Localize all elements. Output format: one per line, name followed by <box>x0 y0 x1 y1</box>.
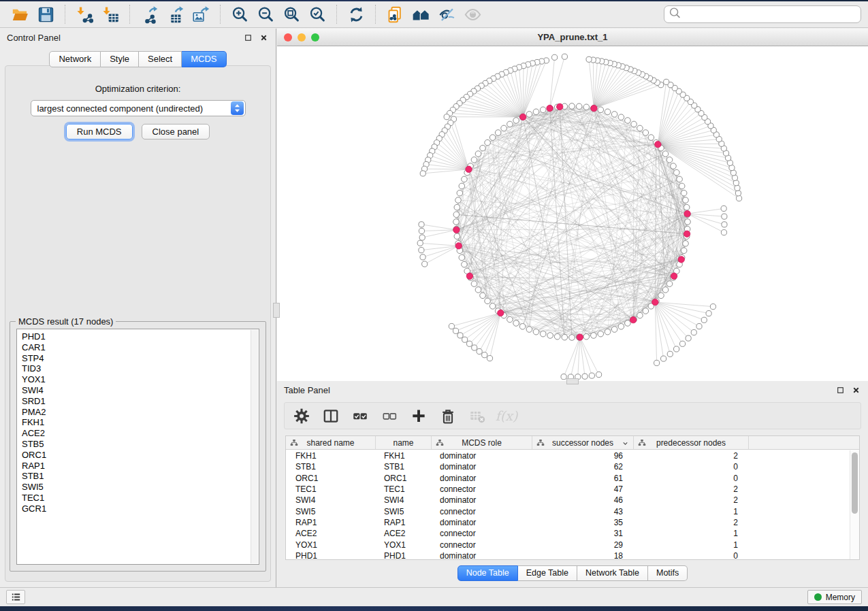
network-node[interactable] <box>643 308 649 314</box>
network-node[interactable] <box>562 334 568 340</box>
table-row[interactable]: ORC1ORC1dominator610 <box>286 473 850 484</box>
export-table-icon[interactable] <box>162 3 188 25</box>
mcds-hub-node[interactable] <box>466 166 472 172</box>
tab-network[interactable]: Network <box>49 51 101 67</box>
network-node[interactable] <box>489 303 496 310</box>
mcds-hub-node[interactable] <box>519 114 526 120</box>
network-node[interactable] <box>533 109 539 115</box>
network-node[interactable] <box>583 104 590 110</box>
network-node[interactable] <box>683 241 689 247</box>
table-row[interactable]: ACE2ACE2connector311 <box>286 528 850 539</box>
network-node[interactable] <box>485 139 491 146</box>
network-node[interactable] <box>677 176 683 182</box>
network-node[interactable] <box>561 374 566 380</box>
network-node[interactable] <box>455 197 462 203</box>
network-node[interactable] <box>679 183 685 189</box>
sort-chevron-down-icon[interactable] <box>622 440 629 449</box>
deselect-all-icon[interactable] <box>381 407 398 425</box>
network-home-icon[interactable] <box>408 3 434 25</box>
network-node[interactable] <box>540 107 546 113</box>
network-node[interactable] <box>466 341 472 346</box>
table-row[interactable]: PHD1PHD1dominator180 <box>286 550 850 559</box>
search-input[interactable] <box>682 10 858 20</box>
mcds-result-list[interactable]: PHD1CAR1STP4TID3YOX1SWI4SRD1PMA2FKH1ACE2… <box>16 329 259 565</box>
table-row[interactable]: RAP1RAP1dominator352 <box>286 517 850 528</box>
network-node[interactable] <box>459 183 465 189</box>
network-node[interactable] <box>554 333 560 340</box>
network-node[interactable] <box>547 333 553 339</box>
network-node[interactable] <box>710 304 716 310</box>
network-node[interactable] <box>667 351 673 357</box>
network-node[interactable] <box>471 281 477 287</box>
network-node[interactable] <box>611 327 617 333</box>
network-node[interactable] <box>519 324 526 330</box>
network-node[interactable] <box>459 254 465 261</box>
network-node[interactable] <box>596 371 601 377</box>
network-node[interactable] <box>691 329 696 335</box>
close-panel-icon[interactable] <box>259 33 269 43</box>
network-node[interactable] <box>495 130 501 136</box>
mcds-hub-node[interactable] <box>671 273 677 279</box>
mcds-result-item[interactable]: YOX1 <box>22 374 259 385</box>
network-node[interactable] <box>618 324 624 330</box>
zoom-out-icon[interactable] <box>253 3 278 25</box>
mcds-hub-node[interactable] <box>453 227 460 233</box>
table-row[interactable]: YOX1YOX1connector291 <box>286 539 850 550</box>
network-node[interactable] <box>471 157 477 163</box>
mcds-result-item[interactable]: PMA2 <box>22 407 259 418</box>
mcds-hub-node[interactable] <box>455 243 462 249</box>
column-header-name[interactable]: name <box>376 436 432 449</box>
tab-select[interactable]: Select <box>139 51 182 67</box>
network-node[interactable] <box>507 316 513 323</box>
network-node[interactable] <box>417 240 423 246</box>
mcds-hub-node[interactable] <box>630 316 636 323</box>
network-node[interactable] <box>706 311 711 316</box>
refresh-view-icon[interactable] <box>343 3 369 25</box>
network-node[interactable] <box>721 230 726 235</box>
network-node[interactable] <box>643 130 649 136</box>
mcds-hub-node[interactable] <box>557 103 563 110</box>
network-node[interactable] <box>477 348 482 354</box>
network-node[interactable] <box>637 125 643 131</box>
mcds-hub-node[interactable] <box>466 273 472 279</box>
horizontal-splitter-grip[interactable] <box>566 378 579 384</box>
network-node[interactable] <box>513 320 519 327</box>
mcds-result-item[interactable]: ACE2 <box>22 428 259 439</box>
table-row[interactable]: SWI5SWI5connector431 <box>286 506 850 516</box>
network-node[interactable] <box>551 54 557 60</box>
network-node[interactable] <box>666 157 673 163</box>
network-node[interactable] <box>681 190 687 196</box>
network-node[interactable] <box>453 212 460 218</box>
network-node[interactable] <box>685 219 691 225</box>
network-node[interactable] <box>562 54 567 59</box>
column-header-predecessor-nodes[interactable]: predecessor nodes <box>634 436 749 449</box>
network-node[interactable] <box>480 145 486 151</box>
close-panel-button[interactable]: Close panel <box>142 124 210 139</box>
mcds-result-item[interactable]: STB1 <box>22 471 259 482</box>
network-title-bar[interactable]: YPA_prune.txt_1 <box>277 29 868 46</box>
maximize-window-icon[interactable] <box>311 33 319 42</box>
mcds-hub-node[interactable] <box>684 231 690 237</box>
network-node[interactable] <box>462 176 468 182</box>
mcds-result-item[interactable]: SRD1 <box>22 396 259 407</box>
table-settings-icon[interactable] <box>293 407 310 425</box>
float-table-panel-icon[interactable] <box>835 385 846 395</box>
tab-network-table[interactable]: Network Table <box>577 565 648 581</box>
network-node[interactable] <box>735 185 740 191</box>
column-header-shared-name[interactable]: shared name <box>286 436 376 449</box>
import-table-icon[interactable] <box>97 3 123 25</box>
network-node[interactable] <box>701 317 707 323</box>
network-node[interactable] <box>618 114 624 120</box>
network-node[interactable] <box>598 107 604 113</box>
mcds-hub-node[interactable] <box>684 210 690 216</box>
network-node[interactable] <box>420 171 425 176</box>
table-row[interactable]: TEC1TEC1connector472 <box>286 484 850 495</box>
import-network-icon[interactable] <box>71 3 97 25</box>
network-node[interactable] <box>457 333 463 338</box>
network-node[interactable] <box>674 346 679 352</box>
network-node[interactable] <box>648 135 654 141</box>
select-all-icon[interactable] <box>351 407 369 425</box>
network-node[interactable] <box>475 151 481 157</box>
network-node[interactable] <box>722 222 727 227</box>
mcds-result-item[interactable]: GCR1 <box>22 503 259 514</box>
